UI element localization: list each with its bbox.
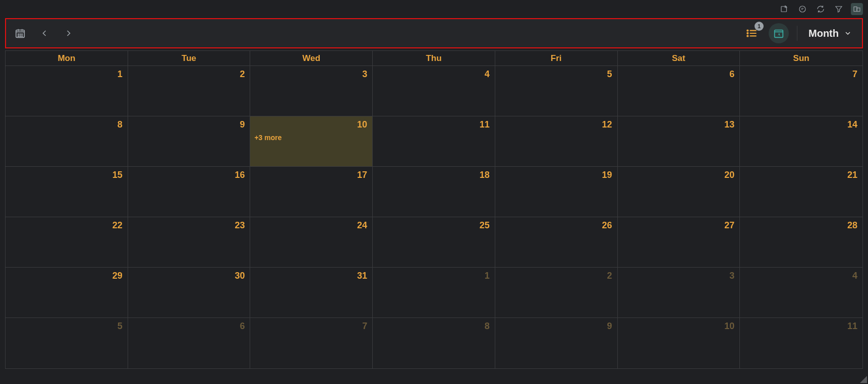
day-number: 26 [602, 220, 612, 231]
calendar-cell[interactable]: 22 [6, 217, 128, 267]
calendar-cell[interactable]: 15 [6, 167, 128, 217]
filter-icon[interactable] [833, 3, 845, 15]
calendar-cell[interactable]: 2 [128, 66, 251, 116]
day-number: 16 [235, 170, 245, 180]
toolbar-right: 1 Month [743, 23, 855, 43]
dayname: Wed [250, 51, 373, 66]
calendar-row: 1234567 [6, 66, 862, 116]
day-number: 15 [112, 170, 123, 180]
day-number: 1 [118, 69, 123, 80]
calendar-cell[interactable]: 8 [373, 318, 495, 368]
calendar-cell[interactable]: 11 [740, 318, 862, 368]
resize-handle[interactable] [860, 376, 867, 383]
calendar-cell[interactable]: 14 [740, 116, 862, 166]
day-number: 5 [118, 321, 123, 332]
calendar-cell[interactable]: 8 [6, 116, 128, 166]
calendar-cell[interactable]: 6 [128, 318, 251, 368]
calendar-row: 8910+3 more11121314 [6, 116, 862, 167]
day-number: 1 [485, 271, 490, 281]
day-number: 10 [357, 119, 367, 130]
view-selector[interactable]: Month [805, 28, 855, 39]
quick-add-button[interactable] [769, 23, 789, 43]
panel-icon[interactable] [851, 3, 863, 15]
calendar-cell[interactable]: 7 [250, 318, 373, 368]
calendar-cell[interactable]: 3 [618, 268, 740, 317]
calendar-row: 2930311234 [6, 268, 862, 318]
day-number: 12 [602, 119, 612, 130]
day-number: 23 [235, 220, 245, 231]
day-number: 19 [602, 170, 612, 180]
calendar-cell[interactable]: 11 [373, 116, 495, 166]
next-button[interactable] [62, 26, 76, 40]
calendar-cell[interactable]: 10+3 more [250, 116, 373, 166]
calendar-cell[interactable]: 7 [740, 66, 862, 116]
svg-point-10 [22, 36, 22, 36]
svg-rect-3 [857, 8, 860, 12]
chevron-down-icon [844, 29, 852, 37]
calendar-cell[interactable]: 5 [495, 66, 618, 116]
svg-point-6 [20, 34, 20, 34]
comment-icon[interactable] [796, 3, 808, 15]
refresh-icon[interactable] [815, 3, 827, 15]
calendar-cell[interactable]: 17 [250, 167, 373, 217]
calendar-header: Mon Tue Wed Thu Fri Sat Sun [6, 51, 862, 66]
calendar-cell[interactable]: 4 [740, 268, 862, 317]
day-number: 24 [357, 220, 367, 231]
more-link[interactable]: +3 more [254, 134, 281, 142]
day-number: 3 [362, 69, 367, 80]
calendar-cell[interactable]: 21 [740, 167, 862, 217]
calendar-cell[interactable]: 2 [495, 268, 618, 317]
prev-button[interactable] [37, 26, 51, 40]
day-number: 14 [847, 119, 857, 130]
day-number: 29 [112, 271, 123, 281]
svg-rect-0 [781, 7, 787, 12]
share-icon[interactable] [778, 3, 790, 15]
toolbar-divider [797, 26, 797, 41]
calendar-cell[interactable]: 25 [373, 217, 495, 267]
day-number: 2 [607, 271, 612, 281]
calendar-cell[interactable]: 5 [6, 318, 128, 368]
day-number: 22 [112, 220, 123, 231]
calendar-cell[interactable]: 9 [495, 318, 618, 368]
calendar-cell[interactable]: 9 [128, 116, 251, 166]
calendar-cell[interactable]: 12 [495, 116, 618, 166]
top-icon-strip [778, 3, 863, 15]
calendar-cell[interactable]: 30 [128, 268, 251, 317]
svg-point-7 [22, 34, 22, 34]
calendar-cell[interactable]: 20 [618, 167, 740, 217]
calendar-cell[interactable]: 3 [250, 66, 373, 116]
day-number: 20 [724, 170, 734, 180]
calendar-cell[interactable]: 16 [128, 167, 251, 217]
today-icon[interactable] [13, 26, 27, 40]
calendar-cell[interactable]: 1 [373, 268, 495, 317]
calendar-row: 15161718192021 [6, 167, 862, 217]
calendar-cell[interactable]: 29 [6, 268, 128, 317]
day-number: 7 [852, 69, 857, 80]
calendar-cell[interactable]: 19 [495, 167, 618, 217]
calendar-cell[interactable]: 4 [373, 66, 495, 116]
calendar-row: 567891011 [6, 318, 862, 368]
svg-rect-2 [854, 7, 857, 12]
calendar-cell[interactable]: 23 [128, 217, 251, 267]
day-number: 7 [362, 321, 367, 332]
day-number: 11 [847, 321, 857, 332]
day-number: 28 [847, 220, 857, 231]
calendar-cell[interactable]: 13 [618, 116, 740, 166]
calendar-cell[interactable]: 26 [495, 217, 618, 267]
calendar-cell[interactable]: 27 [618, 217, 740, 267]
list-button[interactable]: 1 [743, 25, 761, 42]
calendar-cell[interactable]: 10 [618, 318, 740, 368]
calendar-cell[interactable]: 31 [250, 268, 373, 317]
day-number: 13 [724, 119, 734, 130]
day-number: 31 [357, 271, 367, 281]
calendar-cell[interactable]: 1 [6, 66, 128, 116]
list-badge: 1 [755, 22, 764, 31]
day-number: 4 [852, 271, 857, 281]
day-number: 4 [485, 69, 490, 80]
calendar-cell[interactable]: 24 [250, 217, 373, 267]
day-number: 9 [607, 321, 612, 332]
calendar-cell[interactable]: 18 [373, 167, 495, 217]
calendar-cell[interactable]: 6 [618, 66, 740, 116]
dayname: Fri [495, 51, 618, 66]
calendar-cell[interactable]: 28 [740, 217, 862, 267]
